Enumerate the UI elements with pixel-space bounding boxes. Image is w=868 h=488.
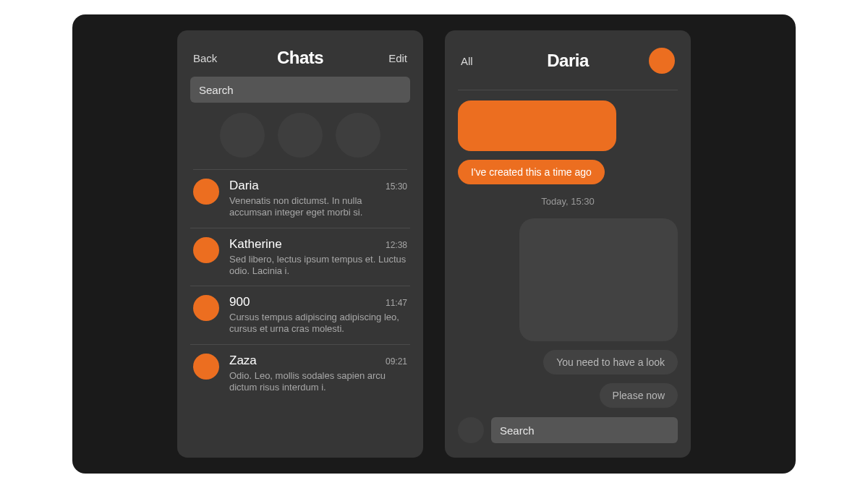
chat-item[interactable]: Zaza 09:21 Odio. Leo, mollis sodales sap… — [190, 345, 410, 403]
chat-preview: Sed libero, lectus ipsum tempus et. Luct… — [229, 254, 407, 278]
chats-header: Back Chats Edit — [193, 48, 407, 68]
chat-name: Daria — [229, 179, 259, 193]
edit-button[interactable]: Edit — [374, 52, 407, 64]
chats-title: Chats — [277, 48, 323, 68]
message-input[interactable]: Search — [491, 417, 678, 443]
story-bubble[interactable] — [278, 113, 323, 158]
chats-screen: Back Chats Edit Search Daria 15:30 Venen… — [177, 30, 423, 458]
back-button[interactable]: Back — [193, 52, 226, 64]
contact-avatar[interactable] — [649, 48, 675, 74]
chat-time: 12:38 — [386, 240, 407, 250]
avatar — [193, 354, 219, 380]
chats-search-input[interactable]: Search — [190, 77, 410, 103]
chat-preview: Cursus tempus adipiscing adipiscing leo,… — [229, 312, 407, 335]
conversation-screen: All Daria I've created this a time ago T… — [445, 30, 691, 458]
message-input-placeholder: Search — [500, 424, 535, 437]
avatar — [193, 179, 219, 205]
avatar — [193, 295, 219, 321]
stories-row — [190, 103, 410, 169]
sent-message-bubble[interactable]: I've created this a time ago — [458, 160, 605, 184]
attachment-button[interactable] — [458, 417, 484, 443]
chat-name: Katherine — [229, 237, 282, 252]
chat-preview: Venenatis non dictumst. In nulla accumsa… — [229, 195, 407, 219]
chat-name: 900 — [229, 295, 250, 309]
chat-time: 11:47 — [386, 298, 407, 308]
message-timestamp: Today, 15:30 — [458, 196, 678, 207]
chat-item[interactable]: 900 11:47 Cursus tempus adipiscing adipi… — [190, 286, 410, 345]
conversation-header: All Daria — [461, 48, 675, 74]
received-media-bubble[interactable] — [519, 218, 678, 341]
message-list: I've created this a time ago Today, 15:3… — [458, 90, 678, 408]
message-input-row: Search — [458, 417, 678, 443]
received-message-bubble[interactable]: Please now — [600, 383, 678, 408]
chat-time: 15:30 — [386, 181, 407, 192]
sent-media-bubble[interactable] — [458, 100, 616, 151]
story-bubble[interactable] — [220, 113, 265, 158]
avatar — [193, 237, 219, 263]
chat-item[interactable]: Katherine 12:38 Sed libero, lectus ipsum… — [190, 228, 410, 287]
chat-preview: Odio. Leo, mollis sodales sapien arcu di… — [229, 370, 407, 394]
all-chats-button[interactable]: All — [461, 55, 494, 67]
story-bubble[interactable] — [336, 113, 380, 158]
chat-time: 09:21 — [386, 356, 407, 367]
search-placeholder: Search — [199, 84, 234, 96]
chat-list: Daria 15:30 Venenatis non dictumst. In n… — [190, 170, 410, 402]
chat-item[interactable]: Daria 15:30 Venenatis non dictumst. In n… — [190, 170, 410, 228]
app-frame: Back Chats Edit Search Daria 15:30 Venen… — [72, 14, 796, 474]
chat-name: Zaza — [229, 354, 257, 368]
received-message-bubble[interactable]: You need to have a look — [543, 350, 678, 374]
conversation-contact-name: Daria — [547, 51, 589, 71]
